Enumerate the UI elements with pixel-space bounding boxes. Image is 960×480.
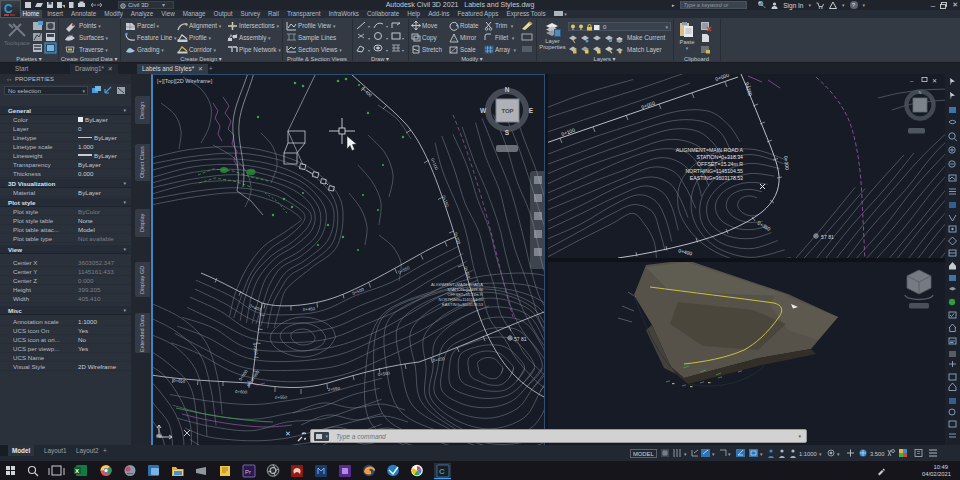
svg-text:▾: ▾ — [386, 36, 388, 41]
svg-text:57 81: 57 81 — [514, 336, 527, 342]
svg-text:N: N — [505, 86, 510, 93]
svg-text:▾: ▾ — [386, 24, 388, 29]
svg-text:NORTHING=1145104.55: NORTHING=1145104.55 — [685, 168, 743, 174]
svg-text:STATION=0+318.34: STATION=0+318.34 — [696, 154, 743, 160]
svg-text:04/02/2021: 04/02/2021 — [922, 471, 951, 477]
svg-text:C: C — [439, 467, 445, 476]
svg-text:0+400: 0+400 — [678, 247, 693, 256]
svg-text:X: X — [75, 468, 79, 474]
svg-text:0+600: 0+600 — [235, 389, 248, 395]
svg-text:–: – — [910, 78, 914, 84]
svg-text:ALIGNMENT=MAIN ROAD A: ALIGNMENT=MAIN ROAD A — [676, 147, 744, 153]
svg-text:0+250: 0+250 — [463, 266, 471, 280]
svg-text:0+650: 0+650 — [173, 378, 186, 384]
svg-text:▾: ▾ — [402, 36, 404, 41]
svg-text:0+350: 0+350 — [757, 220, 772, 232]
svg-text:3.500: 3.500 — [870, 451, 885, 457]
svg-text:▾: ▾ — [728, 451, 731, 457]
svg-text:[+][Top][2D Wireframe]: [+][Top][2D Wireframe] — [157, 78, 213, 84]
svg-text:▾: ▾ — [402, 48, 404, 53]
svg-text:EASTING=3603178.53: EASTING=3603178.53 — [690, 175, 743, 181]
svg-text:E: E — [529, 107, 534, 114]
svg-text:0+450: 0+450 — [303, 306, 316, 312]
svg-text:0+250: 0+250 — [744, 82, 754, 97]
svg-text:EASTING=3603178.53: EASTING=3603178.53 — [442, 302, 484, 307]
svg-text:▾: ▾ — [684, 451, 687, 457]
svg-text:OFFSET=15.24m R: OFFSET=15.24m R — [697, 161, 743, 167]
svg-text:▾: ▾ — [368, 24, 370, 29]
svg-text:Pr: Pr — [245, 469, 251, 475]
svg-text:▾: ▾ — [837, 451, 840, 457]
svg-text:▾: ▾ — [368, 36, 370, 41]
svg-text:▾: ▾ — [760, 451, 763, 457]
svg-text:0+550: 0+550 — [397, 265, 411, 275]
svg-text:0+300: 0+300 — [783, 155, 790, 170]
svg-text:0+050: 0+050 — [640, 100, 655, 110]
svg-text:▾: ▾ — [712, 451, 715, 457]
svg-text:0+200: 0+200 — [453, 232, 462, 246]
svg-text:▾: ▾ — [368, 48, 370, 53]
svg-text:▾: ▾ — [819, 451, 822, 457]
svg-text:0+050: 0+050 — [252, 342, 259, 355]
svg-text:✕: ✕ — [932, 78, 937, 84]
svg-text:▾: ▾ — [386, 48, 388, 53]
svg-text:0+550: 0+550 — [275, 395, 288, 400]
svg-text:0+000: 0+000 — [238, 368, 249, 381]
svg-text:TOP: TOP — [501, 108, 513, 114]
svg-text:0+500: 0+500 — [378, 370, 391, 377]
svg-text:0+150: 0+150 — [441, 195, 450, 209]
svg-text:10:49: 10:49 — [933, 464, 948, 470]
svg-text:57 81: 57 81 — [821, 234, 834, 240]
svg-text:2+650: 2+650 — [328, 386, 341, 392]
svg-text:N: N — [919, 90, 922, 95]
svg-text:S: S — [505, 129, 510, 136]
svg-text:0+400: 0+400 — [360, 86, 373, 98]
svg-text:W: W — [480, 107, 487, 114]
svg-text:1:1000: 1:1000 — [799, 451, 817, 457]
